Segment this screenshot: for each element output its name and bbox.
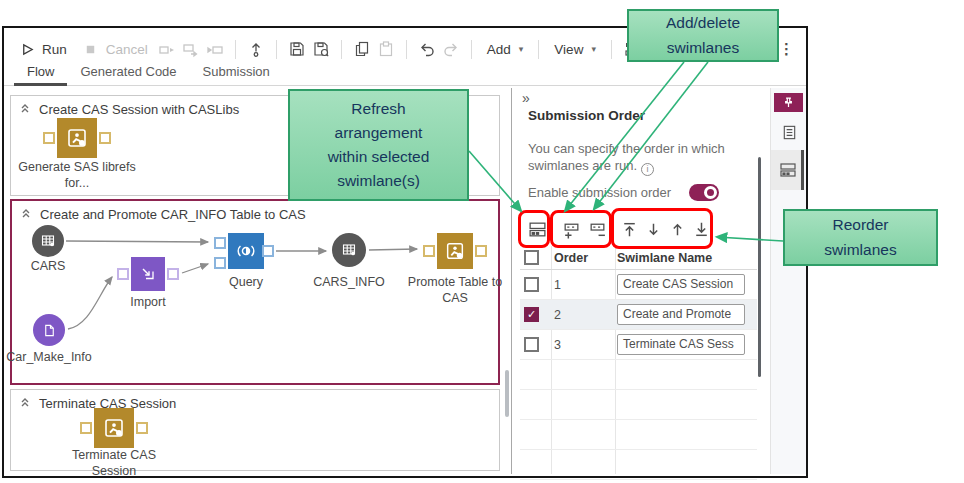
toolbar-divider <box>235 40 236 59</box>
save-as-icon[interactable] <box>311 39 331 59</box>
table-row[interactable]: 3 Terminate CAS Sess <box>520 330 757 360</box>
node-port <box>167 268 179 280</box>
canvas-scrollbar[interactable] <box>505 370 509 417</box>
swimlane-name-box[interactable]: Create CAS Session <box>617 274 745 295</box>
copy-icon[interactable] <box>352 39 372 59</box>
swimlane-header: Create and Promote CAR_INFO Table to CAS <box>21 205 306 223</box>
sas-program-icon <box>102 416 126 440</box>
table-icon <box>341 242 357 258</box>
tab-generated-code[interactable]: Generated Code <box>67 64 189 86</box>
pin-panel-button[interactable] <box>774 93 803 112</box>
file-icon <box>42 323 57 338</box>
tab-submission[interactable]: Submission <box>190 64 283 86</box>
properties-panel-button[interactable] <box>777 120 801 144</box>
properties-icon <box>781 124 798 141</box>
swimlane-title: Create CAS Session with CASLibs <box>39 102 239 117</box>
run-to-step-icon[interactable] <box>205 39 225 59</box>
run-button[interactable]: Run <box>12 37 72 61</box>
tab-bar: Flow Generated Code Submission <box>4 64 806 86</box>
column-header-swimlane-name: Swimlane Name <box>615 246 757 269</box>
node-port <box>262 245 274 257</box>
node-port <box>136 422 148 434</box>
highlight-add-delete-swimlanes <box>550 210 612 248</box>
callout-line: within selected <box>328 145 430 169</box>
redo-icon[interactable] <box>441 39 461 59</box>
node-import-step[interactable] <box>131 257 165 291</box>
collapse-chevrons-icon[interactable] <box>20 100 30 118</box>
node-label: CARS_INFO <box>296 275 402 291</box>
description-line2: swimlanes are run. <box>528 158 637 173</box>
add-label: Add <box>487 42 511 57</box>
node-sas-program[interactable] <box>57 118 97 158</box>
swimlane-name-box[interactable]: Terminate CAS Sess <box>617 334 745 355</box>
run-from-step-icon[interactable] <box>181 39 201 59</box>
select-all-checkbox[interactable] <box>524 250 539 265</box>
add-menu-button[interactable]: Add ▾ <box>482 40 529 59</box>
chevron-down-icon: ▾ <box>591 44 596 54</box>
panel-description: You can specify the order in which swiml… <box>528 140 760 176</box>
sas-program-icon <box>65 126 89 150</box>
query-icon <box>236 241 256 261</box>
row-checkbox[interactable] <box>524 277 539 292</box>
node-query-step[interactable] <box>228 233 264 269</box>
panel-title: Submission Order <box>528 108 645 123</box>
callout-line: Reorder <box>833 213 889 237</box>
table-row-selected[interactable]: ✓ 2 Create and Promote <box>520 300 757 330</box>
info-icon[interactable]: i <box>641 163 654 176</box>
node-table-cars-info[interactable] <box>332 233 366 267</box>
row-checkbox-checked[interactable]: ✓ <box>524 307 539 322</box>
node-port <box>117 268 129 280</box>
node-port <box>80 422 92 434</box>
table-header-row: Order Swimlane Name <box>520 246 757 270</box>
node-sas-program[interactable] <box>94 408 134 448</box>
import-icon <box>139 265 157 283</box>
swimlane-terminate-cas-session[interactable]: Terminate CAS Session Terminate CAS Sess… <box>10 389 500 471</box>
run-selected-icon[interactable] <box>157 39 177 59</box>
node-file-car-make-info[interactable] <box>33 314 65 346</box>
row-checkbox[interactable] <box>524 337 539 352</box>
table-row[interactable]: 1 Create CAS Session <box>520 270 757 300</box>
right-rail <box>770 88 806 474</box>
undo-icon[interactable] <box>417 39 437 59</box>
enable-submission-order-toggle[interactable] <box>689 184 719 201</box>
pin-icon <box>782 96 795 109</box>
submission-order-panel-button[interactable] <box>771 150 804 190</box>
column-header-order: Order <box>551 246 615 269</box>
callout-line: Refresh <box>351 97 405 121</box>
toolbar-divider <box>538 40 539 59</box>
order-cell: 3 <box>551 330 615 359</box>
order-cell: 1 <box>551 270 615 299</box>
active-panel-indicator <box>801 150 804 190</box>
collapse-chevrons-icon[interactable] <box>20 394 30 412</box>
swimlane-create-promote-car-info[interactable]: Create and Promote CAR_INFO Table to CAS… <box>10 199 500 385</box>
node-promote-table[interactable] <box>437 233 473 269</box>
node-label: Car_Make_Info <box>0 350 102 366</box>
stop-icon <box>81 39 101 59</box>
submission-order-table: Order Swimlane Name 1 Create CAS Session… <box>520 246 757 480</box>
node-label: Query <box>208 275 284 291</box>
toggle-knob <box>704 186 717 199</box>
table-icon <box>40 233 56 249</box>
node-table-cars[interactable] <box>32 225 64 257</box>
collapse-chevrons-icon[interactable] <box>21 205 31 223</box>
node-port <box>43 132 55 144</box>
node-port <box>214 237 226 249</box>
save-icon[interactable] <box>287 39 307 59</box>
highlight-refresh-arrangement <box>518 210 550 248</box>
swimlane-name-box[interactable]: Create and Promote <box>617 304 745 325</box>
panel-scrollbar[interactable] <box>758 157 761 377</box>
node-port <box>99 132 111 144</box>
node-port <box>423 245 435 257</box>
empty-table-row <box>520 360 757 390</box>
description-line1: You can specify the order in which <box>528 141 725 156</box>
submit-job-icon[interactable] <box>246 39 266 59</box>
collapse-panel-button[interactable]: » <box>522 90 530 106</box>
callout-line: swimlanes <box>667 36 739 60</box>
view-menu-button[interactable]: View ▾ <box>549 40 601 59</box>
paste-icon[interactable] <box>376 39 396 59</box>
highlight-reorder-swimlanes <box>611 208 713 249</box>
cancel-button[interactable]: Cancel <box>76 37 153 61</box>
tab-flow[interactable]: Flow <box>14 64 67 86</box>
empty-table-row <box>520 450 757 480</box>
cancel-label: Cancel <box>106 42 148 57</box>
